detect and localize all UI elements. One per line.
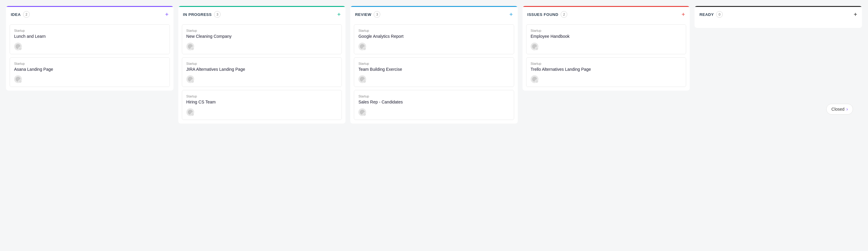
card-avatar-inprogress-1 (186, 75, 194, 83)
column-header-ready: READY0+ (694, 6, 862, 22)
card-label-inprogress-0: Startup (186, 29, 338, 32)
card-avatar-idea-1 (14, 75, 22, 83)
column-add-button-ready[interactable]: + (854, 11, 857, 17)
column-count-review: 3 (374, 11, 380, 18)
column-title-idea: IDEA (11, 12, 21, 17)
card-label-review-0: Startup (359, 29, 509, 32)
card-label-idea-0: Startup (14, 29, 165, 32)
card-label-idea-1: Startup (14, 62, 165, 65)
column-idea: IDEA2+StartupLunch and LearnStartupAsana… (6, 6, 174, 91)
card-label-inprogress-2: Startup (186, 95, 338, 98)
card-title-inprogress-1: JIRA Alternatives Landing Page (186, 67, 338, 73)
column-cards-ready (694, 22, 862, 28)
card-title-idea-0: Lunch and Learn (14, 34, 165, 40)
column-title-ready: READY (699, 12, 714, 17)
column-count-idea: 2 (23, 11, 30, 18)
card-title-review-0: Google Analytics Report (359, 34, 509, 40)
column-add-button-inprogress[interactable]: + (337, 11, 341, 17)
column-cards-review: StartupGoogle Analytics ReportStartupTea… (350, 22, 518, 123)
card-avatar-review-1 (359, 75, 366, 83)
column-title-issues: ISSUES FOUND (527, 12, 559, 17)
column-title-inprogress: IN PROGRESS (183, 12, 212, 17)
card-label-issues-1: Startup (531, 62, 682, 65)
card-label-review-1: Startup (359, 62, 509, 65)
column-add-button-review[interactable]: + (509, 11, 513, 17)
column-header-inprogress: IN PROGRESS3+ (178, 6, 346, 22)
column-count-inprogress: 3 (214, 11, 221, 18)
column-add-button-idea[interactable]: + (165, 11, 169, 17)
card-label-review-2: Startup (359, 95, 509, 98)
card-label-issues-0: Startup (531, 29, 682, 32)
column-cards-inprogress: StartupNew Cleaning CompanyStartupJIRA A… (178, 22, 346, 123)
column-cards-issues: StartupEmployee HandbookStartupTrello Al… (523, 22, 690, 91)
card-avatar-review-2 (359, 108, 366, 116)
card-inprogress-0[interactable]: StartupNew Cleaning Company (182, 24, 342, 54)
closed-label: Closed (831, 107, 845, 112)
kanban-board: IDEA2+StartupLunch and LearnStartupAsana… (6, 6, 862, 123)
column-issues: ISSUES FOUND2+StartupEmployee HandbookSt… (523, 6, 690, 91)
column-add-button-issues[interactable]: + (682, 11, 685, 17)
card-review-0[interactable]: StartupGoogle Analytics Report (354, 24, 514, 54)
card-label-inprogress-1: Startup (186, 62, 338, 65)
column-header-issues: ISSUES FOUND2+ (523, 6, 690, 22)
column-review: REVIEW3+StartupGoogle Analytics ReportSt… (350, 6, 518, 123)
card-review-2[interactable]: StartupSales Rep - Candidates (354, 90, 514, 120)
column-count-ready: 0 (716, 11, 723, 18)
card-title-issues-1: Trello Alternatives Landing Page (531, 67, 682, 73)
card-title-inprogress-0: New Cleaning Company (186, 34, 338, 40)
card-title-review-1: Team Building Exercise (359, 67, 509, 73)
card-idea-0[interactable]: StartupLunch and Learn (10, 24, 170, 54)
card-review-1[interactable]: StartupTeam Building Exercise (354, 57, 514, 87)
card-inprogress-1[interactable]: StartupJIRA Alternatives Landing Page (182, 57, 342, 87)
column-ready: READY0+ (694, 6, 862, 28)
card-inprogress-2[interactable]: StartupHiring CS Team (182, 90, 342, 120)
card-avatar-inprogress-2 (186, 108, 194, 116)
closed-arrow-icon: › (846, 106, 848, 112)
card-avatar-inprogress-0 (186, 43, 194, 50)
card-title-inprogress-2: Hiring CS Team (186, 99, 338, 105)
card-issues-0[interactable]: StartupEmployee Handbook (526, 24, 686, 54)
column-cards-idea: StartupLunch and LearnStartupAsana Landi… (6, 22, 174, 91)
card-avatar-issues-0 (531, 43, 538, 50)
column-header-idea: IDEA2+ (6, 6, 174, 22)
card-avatar-idea-0 (14, 43, 22, 50)
card-title-issues-0: Employee Handbook (531, 34, 682, 40)
closed-button[interactable]: Closed › (826, 104, 853, 114)
column-inprogress: IN PROGRESS3+StartupNew Cleaning Company… (178, 6, 346, 123)
column-header-review: REVIEW3+ (350, 6, 518, 22)
card-title-idea-1: Asana Landing Page (14, 67, 165, 73)
card-issues-1[interactable]: StartupTrello Alternatives Landing Page (526, 57, 686, 87)
card-avatar-review-0 (359, 43, 366, 50)
card-avatar-issues-1 (531, 75, 538, 83)
column-title-review: REVIEW (355, 12, 371, 17)
card-title-review-2: Sales Rep - Candidates (359, 99, 509, 105)
column-count-issues: 2 (561, 11, 567, 18)
card-idea-1[interactable]: StartupAsana Landing Page (10, 57, 170, 87)
